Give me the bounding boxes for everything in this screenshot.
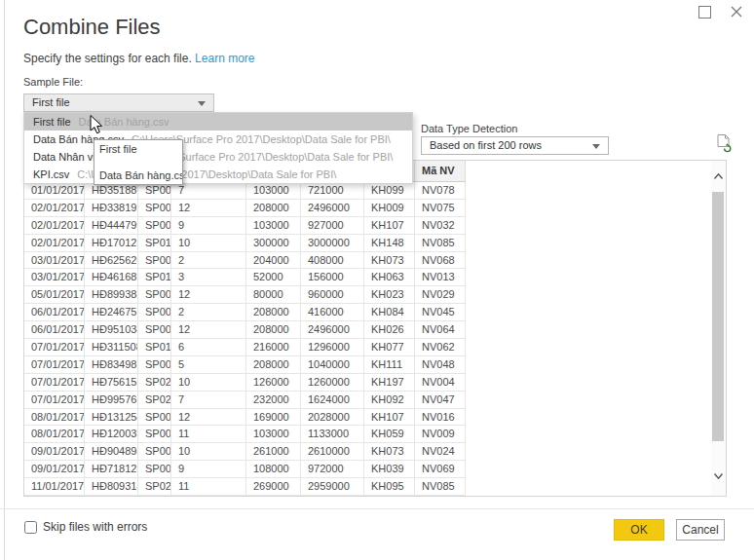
- table-cell: 03/01/2017: [24, 269, 85, 286]
- table-cell: KH073: [364, 252, 415, 270]
- refresh-preview-button[interactable]: [714, 133, 734, 155]
- chevron-down-icon: [714, 473, 723, 479]
- table-cell: 9: [171, 217, 246, 235]
- data-type-detection-selected-value: Based on first 200 rows: [430, 139, 542, 151]
- table-cell: 10: [171, 374, 246, 392]
- table-cell: 300000: [246, 235, 301, 252]
- table-cell: 2: [171, 252, 246, 270]
- table-cell: 07/01/2017: [24, 339, 85, 356]
- table-cell: 721000: [301, 182, 364, 200]
- table-cell: HĐ904894: [85, 443, 138, 461]
- dropdown-item-3[interactable]: KPI.csvC:\Users\Surface Pro 2017\Desktop…: [24, 166, 412, 183]
- table-cell: HĐ170127: [85, 235, 138, 252]
- table-cell: 05/01/2017: [24, 286, 85, 304]
- table-cell: 1624000: [301, 392, 364, 409]
- cancel-button[interactable]: Cancel: [676, 519, 725, 541]
- ok-button[interactable]: OK: [614, 519, 664, 541]
- data-type-detection-dropdown[interactable]: Based on first 200 rows: [421, 136, 609, 155]
- table-row: 08/01/2017HĐ131254SP006121690002028000KH…: [24, 409, 466, 427]
- table-cell: NV064: [415, 321, 466, 339]
- table-cell: HĐ995765: [85, 392, 138, 409]
- table-cell: KH039: [364, 461, 415, 478]
- sample-file-dropdown[interactable]: First file: [23, 93, 214, 112]
- table-cell: HĐ131254: [85, 409, 138, 427]
- table-row: 03/01/2017HĐ625620SP0082204000408000KH07…: [24, 252, 466, 270]
- dropdown-item-0[interactable]: First fileData Bán hàng.csv: [24, 113, 412, 131]
- combine-files-dialog: Combine Files Specify the settings for e…: [0, 0, 754, 560]
- table-cell: NV016: [415, 409, 466, 427]
- dropdown-item-2[interactable]: Data Nhân viên.csvC:\Users\Surface Pro 2…: [24, 148, 412, 166]
- table-body: 01/01/2017HĐ351886SP0047103000721000KH09…: [24, 182, 726, 496]
- table-cell: 6: [171, 339, 246, 356]
- table-cell: 408000: [301, 252, 364, 270]
- table-cell: HĐ120033: [85, 426, 138, 443]
- maximize-button maximize-icon[interactable]: [698, 6, 711, 19]
- table-cell: KH009: [364, 200, 415, 217]
- table-cell: NV004: [415, 374, 466, 392]
- table-cell: 06/01/2017: [24, 304, 85, 321]
- table-cell: HĐ311508: [85, 339, 138, 356]
- table-cell: 1260000: [301, 374, 364, 392]
- table-cell: SP006: [138, 409, 171, 427]
- table-cell: 208000: [246, 304, 301, 321]
- table-cell: 3000000: [301, 235, 364, 252]
- table-row: 08/01/2017HĐ120033SP004111030001133000KH…: [24, 426, 466, 443]
- table-cell: 960000: [301, 286, 364, 304]
- table-cell: 927000: [301, 217, 364, 235]
- dropdown-item-name: KPI.csv: [33, 168, 69, 180]
- table-cell: 5: [171, 356, 246, 374]
- table-cell: KH084: [364, 304, 415, 321]
- table-cell: KH023: [364, 286, 415, 304]
- table-cell: KH026: [364, 321, 415, 339]
- table-cell: KH063: [364, 269, 415, 286]
- table-cell: 103000: [246, 426, 301, 443]
- skip-files-with-errors-checkbox[interactable]: Skip files with errors: [24, 520, 147, 534]
- vertical-scrollbar[interactable]: [711, 161, 726, 496]
- scroll-up-button[interactable]: [711, 168, 726, 184]
- dropdown-item-tooltip: First file Data Bán hàng.csv: [94, 139, 183, 185]
- tooltip-detail: Data Bán hàng.csv: [99, 169, 177, 181]
- close-button[interactable]: [729, 4, 744, 19]
- table-cell: 208000: [246, 321, 301, 339]
- table-cell: HĐ461682: [85, 269, 138, 286]
- table-row: 06/01/2017HĐ246757SP0092208000416000KH08…: [24, 304, 466, 321]
- table-cell: 2: [171, 304, 246, 321]
- table-cell: HĐ444799: [85, 217, 138, 235]
- table-cell: 1040000: [301, 356, 364, 374]
- table-cell: NV075: [415, 200, 466, 217]
- table-cell: 08/01/2017: [24, 426, 85, 443]
- table-cell: HĐ625620: [85, 252, 138, 270]
- table-cell: SP014: [138, 339, 171, 356]
- scrollbar-thumb[interactable]: [712, 192, 724, 441]
- table-cell: 08/01/2017: [24, 409, 85, 427]
- table-cell: 11: [171, 478, 246, 496]
- table-cell: 3: [171, 269, 246, 286]
- table-row: 06/01/2017HĐ951034SP009122080002496000KH…: [24, 321, 466, 339]
- table-cell: NV047: [415, 392, 466, 409]
- table-cell: 108000: [246, 461, 301, 478]
- table-cell: 07/01/2017: [24, 356, 85, 374]
- table-cell: HĐ246757: [85, 304, 138, 321]
- table-cell: NV029: [415, 286, 466, 304]
- chevron-down-icon: [592, 144, 600, 149]
- scroll-down-button[interactable]: [711, 468, 726, 484]
- learn-more-link[interactable]: Learn more: [195, 52, 254, 65]
- window-left-border: [4, 0, 5, 560]
- table-cell: 208000: [246, 200, 301, 217]
- table-cell: 972000: [301, 461, 364, 478]
- table-cell: SP016: [138, 235, 171, 252]
- table-cell: 11: [171, 426, 246, 443]
- table-cell: HĐ338192: [85, 200, 138, 217]
- table-cell: 07/01/2017: [24, 374, 85, 392]
- table-cell: 156000: [301, 269, 364, 286]
- sample-file-selected-value: First file: [32, 96, 70, 108]
- table-row: 09/01/2017HĐ904894SP007102610002610000KH…: [24, 443, 466, 461]
- skip-files-checkbox-input[interactable]: [24, 521, 37, 534]
- table-cell: 2028000: [301, 409, 364, 427]
- dropdown-item-name: First file: [33, 116, 71, 128]
- dropdown-item-1[interactable]: Data Bán hàng.csvC:\Users\Surface Pro 20…: [24, 131, 412, 148]
- table-cell: 416000: [301, 304, 364, 321]
- table-cell: NV078: [415, 182, 466, 200]
- table-cell: 12: [171, 200, 246, 217]
- table-row: 02/01/2017HĐ170127SP016103000003000000KH…: [24, 235, 466, 252]
